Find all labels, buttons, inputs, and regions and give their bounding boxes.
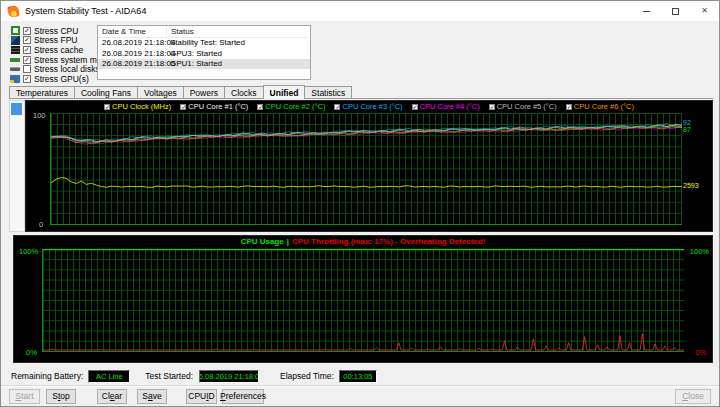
memory-icon [10,55,20,64]
close-icon: ✕ [701,7,708,15]
tab-unified[interactable]: Unified [263,85,306,99]
tab-powers[interactable]: Powers [183,86,225,98]
disk-icon [10,65,20,74]
button-bar: StartStopClearSaveCPUIDPreferencesClose [7,388,711,404]
test-started-label: Test Started: [145,371,193,381]
log-time: 26.08.2019 21:18:05 [98,59,166,68]
minimize-button[interactable] [632,1,661,21]
tab-voltages[interactable]: Voltages [137,86,184,98]
legend-item[interactable]: ✓CPU Core #2 (°C) [257,102,325,111]
preferences-button[interactable]: Preferences [222,389,264,404]
checkbox[interactable] [23,65,31,73]
stress-option-stress-fpu[interactable]: ✓Stress FPU [10,36,96,46]
throttle-right-min-label: 0% [695,348,706,357]
legend-label: CPU Core #1 (°C) [188,102,248,111]
log-col-datetime: Date & Time [98,27,166,36]
series-value-label: 87 [683,126,691,133]
aida64-app-icon [7,5,19,17]
usage-left-min-label: 0% [26,348,37,357]
usage-left-max-label: 100% [19,247,38,256]
clear-button[interactable]: Clear [97,389,127,404]
title-separator: | [287,237,289,246]
legend-label: CPU Core #5 (°C) [497,102,557,111]
legend-checkbox[interactable]: ✓ [489,104,495,110]
usage-right-max-label: 100% [690,247,709,256]
start-button[interactable]: Start [9,389,40,404]
legend-label: CPU Core #4 (°C) [420,102,480,111]
checkbox[interactable]: ✓ [23,36,31,44]
checkbox[interactable]: ✓ [23,56,31,64]
window-controls: ✕ [632,1,719,21]
stress-option-stress-cpu[interactable]: ✓Stress CPU [10,26,96,36]
legend-checkbox[interactable]: ✓ [412,104,418,110]
option-label: Stress GPU(s) [34,74,89,84]
legend-checkbox[interactable]: ✓ [180,104,186,110]
legend-item[interactable]: ✓CPU Core #6 (°C) [566,102,634,111]
y-axis-max-label: 100 [33,111,46,120]
cpu-usage-plot [42,249,684,352]
fpu-icon [10,36,20,45]
legend-item[interactable]: ✓CPU Core #3 (°C) [334,102,402,111]
cpu-usage-chart-panel: CPU Usage|CPU Throttling (max: 17%) - Ov… [13,235,713,363]
legend-item[interactable]: ✓CPU Core #5 (°C) [489,102,557,111]
legend-label: CPU Clock (MHz) [112,102,171,111]
window-title: System Stability Test - AIDA64 [25,6,146,16]
cache-icon [10,45,20,54]
maximize-button[interactable] [661,1,690,21]
series-value-label: 2593 [683,182,699,189]
stress-option-stress-gpu-s-[interactable]: ✓Stress GPU(s) [10,74,96,84]
log-time: 26.08.2019 21:18:04 [98,49,166,58]
tab-temperatures[interactable]: Temperatures [9,86,75,98]
stress-option-stress-system-memory[interactable]: ✓Stress system memory [10,55,96,65]
log-table-header: Date & Time Status [98,26,310,38]
option-label: Stress CPU [34,26,78,36]
y-axis-min-label: 0 [39,220,43,229]
save-button[interactable]: Save [137,389,167,404]
tab-bar: TemperaturesCooling FansVoltagesPowersCl… [9,85,713,99]
tab-statistics[interactable]: Statistics [304,86,352,98]
log-row[interactable]: 26.08.2019 21:18:04Stability Test: Start… [98,38,310,49]
minimize-icon [643,11,650,12]
cpu-usage-title: CPU Usage [241,237,284,246]
checkbox[interactable]: ✓ [23,27,31,35]
log-row[interactable]: 26.08.2019 21:18:05GPU1: Started [98,59,310,70]
chart-legend: ✓CPU Clock (MHz)✓CPU Core #1 (°C)✓CPU Co… [56,102,682,111]
log-status: Stability Test: Started [166,38,310,47]
cpu-icon [10,26,20,35]
legend-item[interactable]: ✓CPU Clock (MHz) [104,102,171,111]
event-log-table: Date & Time Status 26.08.2019 21:18:04St… [97,25,311,80]
log-row[interactable]: 26.08.2019 21:18:04GPU3: Started [98,48,310,59]
titlebar: System Stability Test - AIDA64 ✕ [1,1,719,21]
elapsed-time-value: 00:13:05 [339,370,377,383]
legend-item[interactable]: ✓CPU Core #1 (°C) [180,102,248,111]
legend-checkbox[interactable]: ✓ [566,104,572,110]
divider [1,385,719,387]
legend-checkbox[interactable]: ✓ [257,104,263,110]
log-status: GPU1: Started [166,59,310,68]
option-label: Stress local disks [34,64,100,74]
scrollbar-thumb[interactable] [11,103,22,115]
stress-option-stress-cache[interactable]: ✓Stress cache [10,45,96,55]
legend-checkbox[interactable]: ✓ [104,104,110,110]
cpuid-button[interactable]: CPUID [186,389,217,404]
gpu-icon [10,74,20,83]
stop-button[interactable]: Stop [46,389,76,404]
checkbox[interactable]: ✓ [23,46,31,54]
legend-label: CPU Core #2 (°C) [265,102,325,111]
log-col-status: Status [166,27,310,36]
legend-item[interactable]: ✓CPU Core #4 (°C) [412,102,480,111]
stability-test-window: System Stability Test - AIDA64 ✕ ✓Stress… [0,0,720,407]
maximize-icon [672,8,679,15]
legend-label: CPU Core #6 (°C) [574,102,634,111]
cpu-usage-chart-title: CPU Usage|CPU Throttling (max: 17%) - Ov… [14,237,712,246]
option-label: Stress cache [34,45,83,55]
unified-plot [50,113,682,225]
chart-scale-scrollbar[interactable] [9,100,25,232]
close-button[interactable]: Close [675,389,711,404]
legend-checkbox[interactable]: ✓ [334,104,340,110]
stress-option-stress-local-disks[interactable]: Stress local disks [10,64,96,74]
tab-clocks[interactable]: Clocks [224,86,264,98]
tab-cooling-fans[interactable]: Cooling Fans [74,86,138,98]
close-window-button[interactable]: ✕ [690,1,719,21]
checkbox[interactable]: ✓ [23,75,31,83]
